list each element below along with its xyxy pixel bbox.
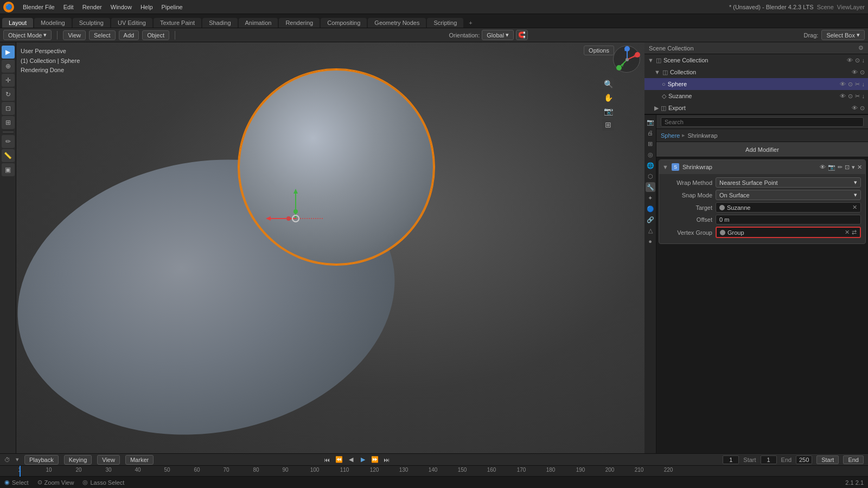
wrap-method-label: Wrap Method: [663, 179, 712, 186]
step-back-btn[interactable]: ⏪: [334, 455, 344, 465]
add-workspace-button[interactable]: +: [464, 18, 476, 28]
scene-collection-title: Scene Collection: [649, 45, 694, 52]
camera-btn[interactable]: 📷: [602, 105, 614, 117]
outliner-filter-icon[interactable]: ⚙: [858, 44, 864, 52]
wrap-method-selector[interactable]: Nearest Surface Point ▾: [716, 177, 861, 188]
mod-realtime-btn[interactable]: 👁: [820, 164, 826, 171]
menu-pipeline[interactable]: Pipeline: [157, 3, 187, 11]
sphere-object: [239, 69, 434, 265]
object-menu[interactable]: Object: [142, 30, 169, 40]
tab-texture-paint[interactable]: Texture Paint: [154, 18, 201, 28]
add-modifier-button[interactable]: Add Modifier: [656, 142, 868, 157]
prop-tab-world[interactable]: 🌐: [646, 160, 655, 170]
tool-separator-1: [3, 132, 14, 132]
navigation-gizmo[interactable]: X Y Z: [613, 46, 640, 73]
tab-compositing[interactable]: Compositing: [321, 18, 367, 28]
rotate-tool-btn[interactable]: ↻: [2, 88, 15, 101]
prop-tab-output[interactable]: 🖨: [646, 128, 655, 138]
play-btn[interactable]: ▶: [358, 455, 368, 465]
prop-tab-scene[interactable]: ◎: [646, 150, 655, 159]
vertex-group-field[interactable]: Group ✕ ⇄: [716, 227, 861, 238]
select-menu[interactable]: Select: [89, 30, 116, 40]
tab-modeling[interactable]: Modeling: [34, 18, 72, 28]
play-reverse-btn[interactable]: ◀: [346, 455, 356, 465]
tab-scripting[interactable]: Scripting: [427, 18, 463, 28]
add-primitive-btn[interactable]: ▣: [2, 163, 15, 176]
timeline-view-menu[interactable]: View: [97, 455, 120, 465]
select-tool-btn[interactable]: ▶: [2, 46, 15, 59]
properties-search-input[interactable]: [661, 117, 864, 127]
step-forward-btn[interactable]: ⏩: [370, 455, 380, 465]
modifier-expand-arrow[interactable]: ▼: [662, 164, 668, 170]
scale-tool-btn[interactable]: ⊡: [2, 102, 15, 115]
tab-geometry-nodes[interactable]: Geometry Nodes: [368, 18, 426, 28]
vg-clear-btn[interactable]: ✕: [845, 229, 850, 236]
target-value: Suzanne: [727, 204, 750, 211]
end-frame-btn[interactable]: End: [843, 455, 864, 464]
start-frame-input[interactable]: [761, 455, 777, 464]
menu-file[interactable]: Blender File: [18, 3, 59, 11]
add-menu[interactable]: Add: [119, 30, 139, 40]
tab-animation[interactable]: Animation: [239, 18, 278, 28]
cursor-tool-btn[interactable]: ⊕: [2, 60, 15, 73]
keying-menu[interactable]: Keying: [64, 455, 92, 465]
outliner-scene-collection[interactable]: ▼ ◫ Scene Collection 👁 ⊙ ↓: [644, 54, 868, 66]
offset-label: Offset: [663, 216, 712, 223]
prop-tab-object[interactable]: ⬡: [646, 171, 655, 181]
vg-flip-btn[interactable]: ⇄: [852, 229, 857, 236]
playback-menu[interactable]: Playback: [24, 455, 59, 465]
jump-start-btn[interactable]: ⏮: [322, 455, 332, 465]
menu-edit[interactable]: Edit: [59, 3, 78, 11]
wrap-method-chevron: ▾: [854, 179, 857, 186]
menu-help[interactable]: Help: [136, 3, 157, 11]
mod-cage-btn[interactable]: ⊡: [845, 164, 850, 171]
transform-tool-btn[interactable]: ⊞: [2, 116, 15, 129]
mod-apply-btn[interactable]: ▾: [852, 164, 855, 171]
outliner-sphere[interactable]: ○ Sphere 👁 ⊙ ✂ ↓: [644, 78, 868, 90]
snap-mode-selector[interactable]: On Surface ▾: [716, 190, 861, 200]
snap-toggle[interactable]: 🧲: [516, 30, 528, 40]
outliner-export[interactable]: ▶ ◫ Export 👁 ⊙: [644, 102, 868, 114]
start-frame-btn[interactable]: Start: [816, 455, 839, 464]
prop-tab-constraints[interactable]: 🔗: [646, 215, 655, 224]
options-button[interactable]: Options: [584, 46, 614, 55]
marker-menu[interactable]: Marker: [125, 455, 154, 465]
prop-tab-material[interactable]: ●: [646, 236, 655, 246]
prop-tab-object-data[interactable]: △: [646, 226, 655, 235]
current-frame-input[interactable]: [723, 455, 739, 464]
tab-rendering[interactable]: Rendering: [279, 18, 320, 28]
prop-tab-view-layer[interactable]: ⊞: [646, 139, 655, 149]
mod-editmode-btn[interactable]: ✏: [838, 164, 843, 171]
tab-shading[interactable]: Shading: [202, 18, 237, 28]
end-frame-input[interactable]: [796, 455, 812, 464]
prop-tab-physics[interactable]: 🔵: [646, 204, 655, 214]
tab-sculpting[interactable]: Sculpting: [73, 18, 110, 28]
offset-field[interactable]: 0 m: [716, 215, 861, 224]
mod-render-btn[interactable]: 📷: [828, 164, 835, 171]
prop-tab-render[interactable]: 📷: [646, 117, 655, 127]
mod-close-btn[interactable]: ✕: [857, 164, 862, 171]
jump-end-btn[interactable]: ⏭: [382, 455, 392, 465]
target-field[interactable]: Suzanne ✕: [716, 202, 861, 213]
orientation-selector[interactable]: Global▾: [482, 30, 514, 40]
viewport-3d[interactable]: User Perspective (1) Collection | Sphere…: [16, 42, 644, 465]
view-menu[interactable]: View: [63, 30, 86, 40]
drag-selector[interactable]: Select Box▾: [821, 30, 865, 40]
prop-tab-modifier[interactable]: 🔧: [646, 182, 655, 192]
mode-selector[interactable]: Object Mode ▾: [3, 30, 52, 40]
move-tool-btn[interactable]: ✛: [2, 74, 15, 87]
outliner-suzanne[interactable]: ◇ Suzanne 👁 ⊙ ✂ ↓: [644, 90, 868, 102]
measure-tool-btn[interactable]: 📏: [2, 149, 15, 162]
zoom-in-btn[interactable]: 🔍: [602, 78, 614, 90]
prop-tab-particles[interactable]: ✦: [646, 193, 655, 203]
menu-window[interactable]: Window: [106, 3, 136, 11]
pan-btn[interactable]: ✋: [602, 92, 614, 104]
menu-render[interactable]: Render: [78, 3, 106, 11]
annotate-tool-btn[interactable]: ✏: [2, 135, 15, 148]
tab-uv-editing[interactable]: UV Editing: [111, 18, 152, 28]
grid-btn[interactable]: ⊞: [602, 119, 614, 131]
tab-layout[interactable]: Layout: [2, 18, 33, 28]
target-clear-btn[interactable]: ✕: [852, 204, 857, 211]
outliner-collection[interactable]: ▼ ◫ Collection 👁 ⊙: [644, 66, 868, 78]
timeline-ruler[interactable]: 1 10 20 30 40 50 60 70 80 90 100 110 120…: [0, 466, 868, 477]
